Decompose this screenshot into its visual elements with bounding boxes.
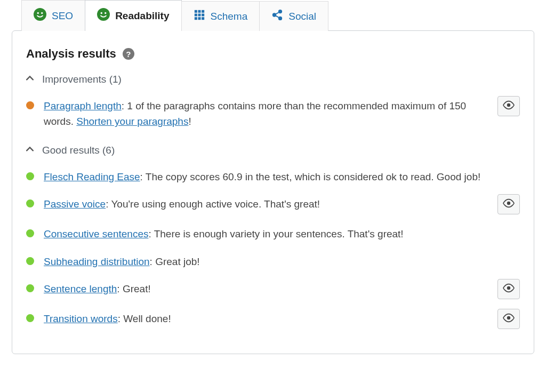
result-text: Subheading distribution: Great job! [44,254,520,269]
tab-schema[interactable]: Schema [181,1,260,31]
status-bullet-green [26,199,34,207]
section-toggle-improvements[interactable]: Improvements (1) [26,74,520,85]
eye-toggle-button[interactable] [497,96,520,116]
svg-rect-7 [198,10,200,13]
svg-point-2 [41,12,43,14]
eye-icon [503,313,515,325]
result-consecutive-sentences: Consecutive sentences: There is enough v… [26,223,520,245]
section-toggle-good[interactable]: Good results (6) [26,145,520,156]
status-bullet-green [26,172,34,180]
svg-rect-8 [202,10,204,13]
svg-line-19 [276,15,279,18]
tab-label: SEO [52,10,73,22]
status-bullet-green [26,257,34,265]
result-link[interactable]: Consecutive sentences [44,228,148,239]
result-link-cta[interactable]: Shorten your paragraphs [76,116,188,127]
result-subheading-distribution: Subheading distribution: Great job! [26,251,520,273]
result-passive-voice: Passive voice: You're using enough activ… [26,193,520,218]
status-bullet-green [26,229,34,237]
result-text: Consecutive sentences: There is enough v… [44,226,520,242]
svg-point-15 [273,13,276,17]
result-transition-words: Transition words: Well done! [26,308,520,332]
status-bullet-orange [26,101,34,109]
panel-title: Analysis results [26,47,116,61]
svg-rect-6 [194,10,197,13]
analysis-panel: Analysis results ? Improvements (1) Para… [12,30,534,354]
eye-toggle-button[interactable] [497,279,520,299]
tab-label: Readability [115,10,169,22]
svg-point-16 [279,10,282,13]
result-flesch-reading-ease: Flesch Reading Ease: The copy scores 60.… [26,166,520,188]
svg-point-3 [97,8,110,21]
tab-bar: SEO Readability Schema [21,0,546,31]
tab-seo[interactable]: SEO [21,0,85,31]
smiley-icon [34,8,46,23]
svg-point-23 [507,316,510,319]
svg-rect-14 [202,17,204,20]
result-sentence-length: Sentence length: Great! [26,278,520,302]
result-link[interactable]: Transition words [44,313,118,324]
svg-point-17 [279,17,282,20]
result-link[interactable]: Flesch Reading Ease [44,171,140,182]
eye-icon [503,283,515,295]
yoast-readability-panel: SEO Readability Schema [0,0,546,354]
svg-point-4 [101,12,102,14]
result-text: Flesch Reading Ease: The copy scores 60.… [44,169,520,185]
svg-rect-9 [194,13,197,16]
tab-social[interactable]: Social [259,1,328,31]
svg-point-21 [507,202,510,205]
section-label: Good results (6) [42,145,115,156]
svg-point-0 [34,8,46,21]
eye-toggle-button[interactable] [497,194,520,214]
svg-point-20 [507,103,510,107]
status-bullet-green [26,314,34,322]
chevron-up-icon [26,146,34,155]
result-link[interactable]: Subheading distribution [44,256,150,267]
tab-label: Schema [211,11,248,22]
svg-rect-10 [198,13,200,16]
chevron-up-icon [26,75,34,84]
result-link[interactable]: Paragraph length [44,100,122,111]
result-paragraph-length: Paragraph length: 1 of the paragraphs co… [26,95,520,133]
svg-point-22 [507,286,510,290]
svg-rect-12 [194,17,197,20]
eye-icon [503,100,515,112]
svg-rect-11 [202,13,204,16]
result-text: Paragraph length: 1 of the paragraphs co… [44,98,488,130]
status-bullet-green [26,284,34,292]
tab-label: Social [288,11,316,22]
svg-point-1 [37,12,39,14]
smiley-icon [97,8,110,23]
eye-icon [503,198,515,210]
panel-title-row: Analysis results ? [26,47,520,61]
share-icon [271,9,283,23]
result-link[interactable]: Sentence length [44,283,117,294]
result-text: Passive voice: You're using enough activ… [44,196,488,212]
svg-point-5 [105,12,106,14]
svg-rect-13 [198,17,200,20]
help-icon[interactable]: ? [123,48,134,60]
tab-readability[interactable]: Readability [85,0,181,31]
result-text: Transition words: Well done! [44,311,488,326]
section-label: Improvements (1) [42,74,122,85]
svg-line-18 [276,12,279,14]
grid-icon [194,9,205,23]
result-text: Sentence length: Great! [44,281,488,297]
eye-toggle-button[interactable] [497,309,520,329]
result-link[interactable]: Passive voice [44,198,106,210]
